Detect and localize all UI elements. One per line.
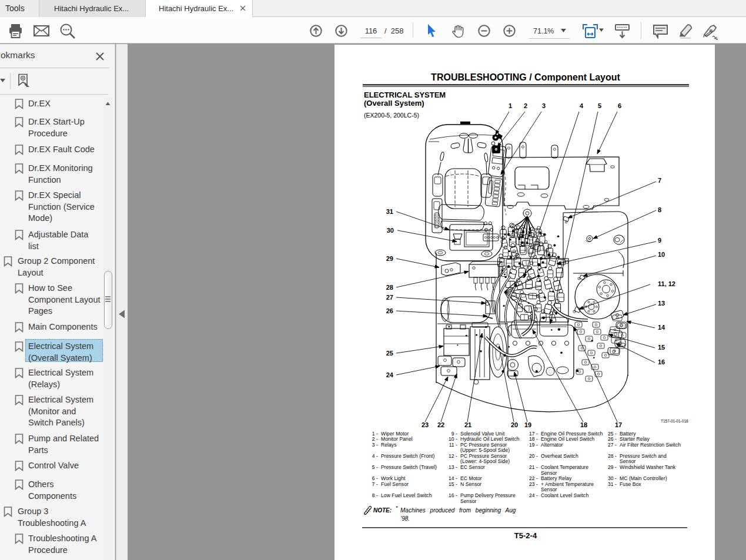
svg-text:10 -: 10 - (449, 436, 457, 442)
svg-text:Relays: Relays (381, 442, 397, 448)
svg-text:NOTE:: NOTE: (373, 507, 392, 514)
svg-text:13 -: 13 - (449, 464, 457, 470)
svg-text:4: 4 (580, 102, 584, 109)
svg-text:20 -: 20 - (529, 453, 538, 459)
svg-text:28: 28 (386, 284, 393, 291)
svg-text:25 -: 25 - (608, 431, 617, 437)
svg-text:Windshield Washer Tank: Windshield Washer Tank (620, 464, 676, 470)
svg-text:30: 30 (387, 227, 394, 234)
svg-text:22: 22 (437, 421, 444, 428)
svg-text:Fuse Box: Fuse Box (620, 481, 641, 487)
svg-text:+ Ambient Temperature: + Ambient Temperature (541, 481, 594, 487)
svg-text:6: 6 (618, 102, 621, 109)
svg-text:TROUBLESHOOTING / Component La: TROUBLESHOOTING / Component Layout (431, 72, 620, 82)
svg-text:24: 24 (386, 371, 394, 378)
svg-text:22 -: 22 - (529, 475, 538, 481)
svg-text:19 -: 19 - (529, 442, 538, 448)
svg-text:25: 25 (386, 350, 393, 357)
svg-text:Engine Oil Pressure Switch: Engine Oil Pressure Switch (541, 431, 603, 437)
svg-text:Wiper Motor: Wiper Motor (381, 431, 409, 437)
svg-text:Starter Relay: Starter Relay (620, 436, 650, 442)
svg-text:3: 3 (542, 102, 546, 109)
svg-text:15: 15 (658, 344, 665, 351)
svg-text:5 -: 5 - (372, 464, 378, 470)
svg-text:28 -: 28 - (608, 453, 617, 459)
svg-text:MC (Main Controller): MC (Main Controller) (620, 475, 667, 481)
svg-text:18 -: 18 - (529, 436, 538, 442)
svg-text:EC Motor: EC Motor (460, 475, 482, 481)
svg-text:Battery: Battery (620, 431, 636, 437)
svg-text:21: 21 (464, 421, 471, 428)
svg-text:Sensor: Sensor (620, 458, 636, 464)
svg-text:(EX200-5, 200LC-5): (EX200-5, 200LC-5) (364, 112, 419, 119)
svg-text:3 -: 3 - (372, 442, 378, 448)
svg-text:23: 23 (421, 421, 429, 428)
svg-text:Work Light: Work Light (381, 475, 406, 481)
svg-text:Machines produced from begi: Machines produced from beginning Aug (400, 507, 516, 514)
svg-text:8: 8 (658, 206, 661, 213)
svg-text:N Sensor: N Sensor (460, 481, 481, 487)
svg-text:Engine Oil Level Switch: Engine Oil Level Switch (541, 436, 595, 442)
svg-text:Low Fuel Level Switch: Low Fuel Level Switch (381, 492, 432, 498)
svg-text:Fuel Sensor: Fuel Sensor (381, 481, 409, 487)
svg-text:T5-2-4: T5-2-4 (514, 531, 537, 540)
svg-text:20: 20 (511, 421, 518, 428)
svg-text:27: 27 (386, 294, 393, 301)
svg-text:(Upper: 5-Spool Side): (Upper: 5-Spool Side) (460, 447, 510, 453)
svg-text:12 -: 12 - (449, 453, 457, 459)
svg-text:31: 31 (386, 208, 393, 215)
svg-text:9: 9 (658, 237, 661, 244)
svg-text:5: 5 (598, 102, 601, 109)
svg-text:Coolant Level Switch: Coolant Level Switch (541, 492, 588, 498)
svg-text:Solenoid Valve Unit: Solenoid Valve Unit (460, 431, 505, 437)
svg-text:10: 10 (658, 251, 665, 258)
svg-text:*: * (396, 505, 398, 511)
svg-text:PC Pressure Sensor: PC Pressure Sensor (460, 442, 507, 448)
svg-text:ELECTRICAL SYSTEM: ELECTRICAL SYSTEM (364, 90, 446, 99)
svg-text:29: 29 (386, 255, 393, 262)
svg-text:26: 26 (386, 307, 393, 314)
svg-text:2 -: 2 - (372, 436, 378, 442)
svg-text:(Lower: 4-Spool Side): (Lower: 4-Spool Side) (460, 458, 510, 464)
svg-text:13: 13 (658, 300, 665, 307)
svg-text:6 -: 6 - (372, 475, 378, 481)
svg-text:14: 14 (658, 324, 665, 331)
svg-text:Pressure Switch (Travel): Pressure Switch (Travel) (381, 464, 437, 470)
svg-text:30 -: 30 - (608, 475, 617, 481)
svg-text:Overheat Switch: Overheat Switch (541, 453, 578, 459)
svg-text:(Overall System): (Overall System) (364, 99, 424, 108)
svg-text:17 -: 17 - (529, 431, 538, 437)
svg-text:Pressure Switch (Front): Pressure Switch (Front) (381, 453, 434, 459)
svg-text:Air Filter Restriction Switch: Air Filter Restriction Switch (620, 442, 681, 448)
svg-text:Monitor Panel: Monitor Panel (381, 436, 413, 442)
svg-text:8 -: 8 - (372, 492, 378, 498)
svg-text:21 -: 21 - (529, 464, 538, 470)
svg-text:15 -: 15 - (449, 481, 457, 487)
svg-text:7 -: 7 - (372, 481, 378, 487)
svg-text:Sensor: Sensor (460, 498, 477, 504)
svg-text:16 -: 16 - (449, 492, 457, 498)
svg-text:Sensor: Sensor (541, 487, 557, 492)
svg-text:11, 12: 11, 12 (658, 280, 675, 287)
svg-text:2: 2 (524, 102, 527, 109)
svg-text:1: 1 (509, 102, 512, 109)
svg-text:18: 18 (580, 421, 587, 428)
svg-text:Alternator: Alternator (541, 442, 563, 448)
svg-text:Pump Delivery Pressure: Pump Delivery Pressure (460, 492, 516, 498)
svg-text:T157-01-01-018: T157-01-01-018 (661, 419, 688, 423)
svg-text:7: 7 (658, 177, 661, 184)
svg-text:Sensor: Sensor (541, 470, 557, 476)
svg-text:’98.: ’98. (400, 515, 410, 522)
svg-text:29 -: 29 - (608, 464, 617, 470)
svg-text:4 -: 4 - (372, 453, 378, 459)
svg-text:9 -: 9 - (451, 431, 457, 437)
svg-text:17: 17 (615, 421, 622, 428)
svg-text:Hydraulic Oil Level Switch: Hydraulic Oil Level Switch (460, 436, 520, 442)
svg-text:11 -: 11 - (449, 442, 457, 448)
svg-text:Pressure Switch and: Pressure Switch and (620, 453, 667, 459)
svg-text:24 -: 24 - (529, 492, 538, 498)
svg-text:23 -: 23 - (529, 481, 538, 487)
svg-text:EC Sensor: EC Sensor (460, 464, 485, 470)
svg-text:Battery Relay: Battery Relay (541, 475, 572, 481)
svg-text:26 -: 26 - (608, 436, 617, 442)
